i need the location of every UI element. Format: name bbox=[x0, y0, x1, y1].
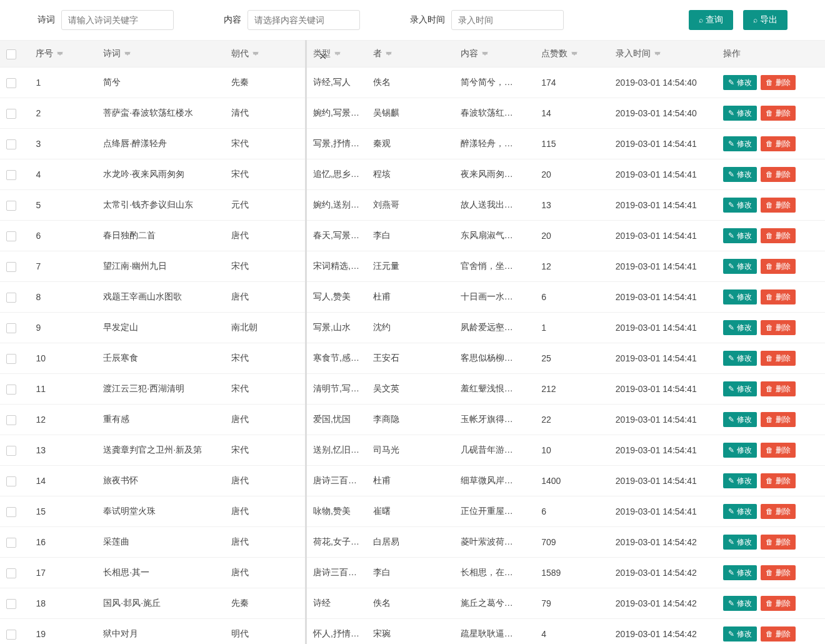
row-checkbox-cell[interactable] bbox=[0, 251, 29, 282]
col-poem-header[interactable]: 诗词 bbox=[97, 41, 225, 68]
edit-button[interactable]: ✎修改 bbox=[723, 259, 757, 274]
row-checkbox[interactable] bbox=[6, 568, 16, 578]
row-checkbox[interactable] bbox=[6, 323, 16, 333]
delete-button[interactable]: 🗑删除 bbox=[761, 443, 796, 458]
edit-button[interactable]: ✎修改 bbox=[723, 565, 757, 580]
row-checkbox-cell[interactable] bbox=[0, 374, 29, 405]
col-dynasty-header[interactable]: 朝代 bbox=[225, 41, 306, 68]
row-checkbox-cell[interactable] bbox=[0, 68, 29, 98]
filter-icon[interactable] bbox=[57, 52, 63, 56]
delete-button[interactable]: 🗑删除 bbox=[761, 412, 796, 427]
row-checkbox[interactable] bbox=[6, 231, 16, 241]
row-checkbox[interactable] bbox=[6, 630, 16, 640]
col-content-header[interactable]: 内容 bbox=[454, 41, 535, 68]
row-checkbox[interactable] bbox=[6, 415, 16, 425]
row-checkbox[interactable] bbox=[6, 446, 16, 456]
row-checkbox-cell[interactable] bbox=[0, 405, 29, 435]
edit-button[interactable]: ✎修改 bbox=[723, 443, 757, 458]
filter-icon[interactable] bbox=[571, 52, 578, 56]
delete-button[interactable]: 🗑删除 bbox=[761, 259, 796, 274]
row-checkbox-cell[interactable] bbox=[0, 282, 29, 313]
row-checkbox-cell[interactable] bbox=[0, 159, 29, 190]
delete-button[interactable]: 🗑删除 bbox=[761, 351, 796, 366]
edit-button[interactable]: ✎修改 bbox=[723, 596, 757, 611]
row-checkbox[interactable] bbox=[6, 476, 16, 486]
delete-button[interactable]: 🗑删除 bbox=[761, 198, 796, 213]
edit-button[interactable]: ✎修改 bbox=[723, 106, 757, 121]
content-input[interactable] bbox=[248, 10, 360, 30]
row-checkbox[interactable] bbox=[6, 109, 16, 119]
edit-button[interactable]: ✎修改 bbox=[723, 381, 757, 396]
row-checkbox-cell[interactable] bbox=[0, 619, 29, 645]
delete-button[interactable]: 🗑删除 bbox=[761, 136, 796, 151]
delete-button[interactable]: 🗑删除 bbox=[761, 106, 796, 121]
edit-button[interactable]: ✎修改 bbox=[723, 136, 757, 151]
edit-button[interactable]: ✎修改 bbox=[723, 228, 757, 243]
delete-button[interactable]: 🗑删除 bbox=[761, 535, 796, 550]
delete-button[interactable]: 🗑删除 bbox=[761, 75, 796, 90]
edit-button[interactable]: ✎修改 bbox=[723, 412, 757, 427]
select-all-checkbox[interactable] bbox=[6, 49, 16, 59]
delete-button[interactable]: 🗑删除 bbox=[761, 565, 796, 580]
filter-icon[interactable] bbox=[124, 52, 131, 56]
edit-button[interactable]: ✎修改 bbox=[723, 320, 757, 335]
query-button[interactable]: ⌕ 查询 bbox=[689, 10, 733, 30]
row-checkbox[interactable] bbox=[6, 262, 16, 272]
row-checkbox[interactable] bbox=[6, 170, 16, 180]
row-checkbox-cell[interactable] bbox=[0, 343, 29, 374]
col-author-header[interactable]: 者 bbox=[367, 41, 454, 68]
row-checkbox-cell[interactable] bbox=[0, 98, 29, 129]
row-checkbox[interactable] bbox=[6, 78, 16, 88]
export-button[interactable]: ⌕ 导出 bbox=[743, 10, 788, 30]
edit-button[interactable]: ✎修改 bbox=[723, 535, 757, 550]
delete-button[interactable]: 🗑删除 bbox=[761, 381, 796, 396]
row-checkbox-cell[interactable] bbox=[0, 435, 29, 466]
col-seq-header[interactable]: 序号 bbox=[29, 41, 97, 68]
delete-button[interactable]: 🗑删除 bbox=[761, 320, 796, 335]
col-checkbox-header[interactable] bbox=[0, 41, 29, 68]
row-checkbox-cell[interactable] bbox=[0, 313, 29, 343]
filter-icon[interactable] bbox=[252, 52, 259, 56]
delete-button[interactable]: 🗑删除 bbox=[761, 596, 796, 611]
delete-button[interactable]: 🗑删除 bbox=[761, 228, 796, 243]
row-checkbox[interactable] bbox=[6, 599, 16, 609]
row-checkbox[interactable] bbox=[6, 201, 16, 211]
edit-button[interactable]: ✎修改 bbox=[723, 504, 757, 519]
row-checkbox[interactable] bbox=[6, 139, 16, 149]
row-checkbox-cell[interactable] bbox=[0, 129, 29, 159]
edit-button[interactable]: ✎修改 bbox=[723, 351, 757, 366]
delete-button[interactable]: 🗑删除 bbox=[761, 289, 796, 304]
delete-button[interactable]: 🗑删除 bbox=[761, 626, 796, 641]
col-likes-header[interactable]: 点赞数 bbox=[535, 41, 609, 68]
edit-button[interactable]: ✎修改 bbox=[723, 167, 757, 182]
poem-input[interactable] bbox=[61, 10, 174, 30]
col-type-header[interactable]: 类型 bbox=[306, 41, 367, 68]
row-checkbox-cell[interactable] bbox=[0, 588, 29, 619]
edit-button[interactable]: ✎修改 bbox=[723, 473, 757, 488]
edit-button[interactable]: ✎修改 bbox=[723, 198, 757, 213]
edit-button[interactable]: ✎修改 bbox=[723, 75, 757, 90]
delete-button[interactable]: 🗑删除 bbox=[761, 167, 796, 182]
row-checkbox[interactable] bbox=[6, 293, 16, 303]
col-time-header[interactable]: 录入时间 bbox=[609, 41, 718, 68]
row-checkbox[interactable] bbox=[6, 507, 16, 517]
row-checkbox-cell[interactable] bbox=[0, 466, 29, 496]
filter-icon[interactable] bbox=[654, 52, 661, 56]
row-checkbox[interactable] bbox=[6, 385, 16, 395]
row-checkbox-cell[interactable] bbox=[0, 527, 29, 558]
delete-button[interactable]: 🗑删除 bbox=[761, 473, 796, 488]
filter-icon[interactable] bbox=[334, 52, 341, 56]
row-checkbox-cell[interactable] bbox=[0, 190, 29, 221]
row-checkbox-cell[interactable] bbox=[0, 496, 29, 527]
cell-content: 夜来风雨匆… bbox=[454, 159, 535, 190]
row-checkbox[interactable] bbox=[6, 354, 16, 364]
edit-button[interactable]: ✎修改 bbox=[723, 626, 757, 641]
delete-button[interactable]: 🗑删除 bbox=[761, 504, 796, 519]
filter-icon[interactable] bbox=[482, 52, 488, 56]
edit-button[interactable]: ✎修改 bbox=[723, 289, 757, 304]
date-input[interactable] bbox=[451, 10, 564, 30]
row-checkbox-cell[interactable] bbox=[0, 221, 29, 251]
filter-icon[interactable] bbox=[386, 52, 392, 56]
row-checkbox[interactable] bbox=[6, 538, 16, 548]
row-checkbox-cell[interactable] bbox=[0, 558, 29, 588]
